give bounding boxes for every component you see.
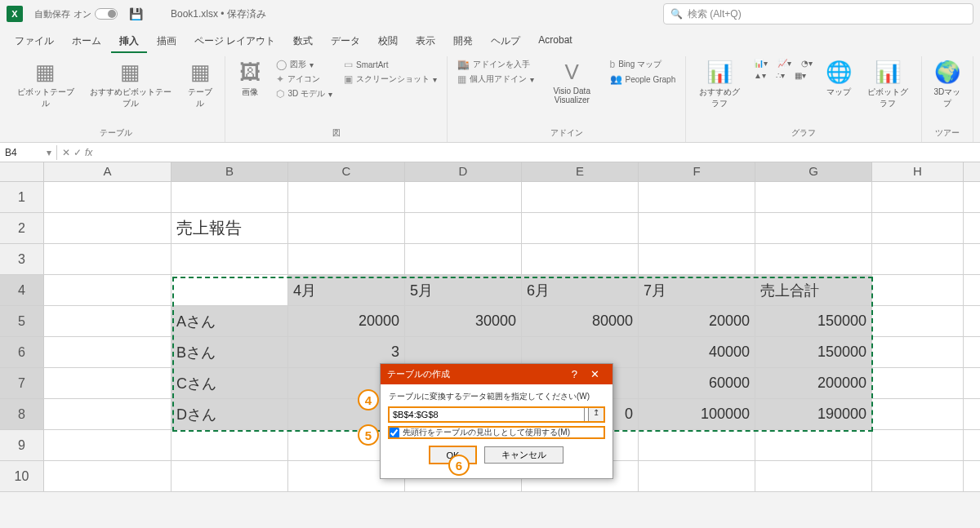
tab-data[interactable]: データ [323, 29, 368, 53]
cell-F6[interactable]: 40000 [639, 337, 755, 367]
row-5[interactable]: 5 [0, 306, 44, 336]
cell-B4[interactable] [172, 275, 288, 305]
cell-B5[interactable]: Aさん [172, 306, 288, 336]
col-C[interactable]: C [288, 162, 405, 181]
tab-draw[interactable]: 描画 [149, 29, 185, 53]
cell-E4[interactable]: 6月 [522, 275, 639, 305]
range-picker-button[interactable]: ↥ [588, 407, 604, 422]
chart-area-button[interactable]: ▲▾ [751, 70, 769, 81]
table-button[interactable]: ▦テーブル [182, 58, 218, 111]
icons-button[interactable]: ✦アイコン [273, 73, 336, 86]
smartart-icon: ▭ [344, 59, 353, 70]
tab-acrobat[interactable]: Acrobat [530, 29, 580, 53]
my-addins-button[interactable]: ▦個人用アドイン ▾ [454, 73, 537, 86]
cell-F7[interactable]: 60000 [639, 368, 755, 398]
cell-D5[interactable]: 30000 [405, 306, 522, 336]
col-F[interactable]: F [639, 162, 755, 181]
close-icon[interactable]: ✕ [584, 368, 606, 380]
tab-help[interactable]: ヘルプ [483, 29, 528, 53]
pictures-button[interactable]: 🖼画像 [232, 58, 268, 100]
cell-B7[interactable]: Cさん [172, 368, 288, 398]
cell-F4[interactable]: 7月 [639, 275, 755, 305]
row-4[interactable]: 4 [0, 275, 44, 305]
3dmap-button[interactable]: 🌍3Dマップ [929, 58, 966, 111]
row-10[interactable]: 10 [0, 461, 44, 491]
col-G[interactable]: G [755, 162, 872, 181]
select-all-corner[interactable] [0, 162, 44, 181]
toggle-icon[interactable] [95, 8, 118, 20]
cell-B8[interactable]: Dさん [172, 399, 288, 429]
maps-button[interactable]: 🌐マップ [821, 58, 857, 100]
recommended-pivot-button[interactable]: ▦おすすめピボットテーブル [83, 58, 178, 111]
tab-review[interactable]: 校閲 [370, 29, 406, 53]
visio-button[interactable]: VVisio Data Visualizer [542, 58, 601, 106]
col-H[interactable]: H [872, 162, 964, 181]
row-3[interactable]: 3 [0, 244, 44, 274]
screenshot-button[interactable]: ▣スクリーンショット ▾ [341, 73, 440, 86]
pivotchart-button[interactable]: 📊ピボットグラフ [862, 58, 915, 111]
store-icon: 🏬 [457, 59, 470, 70]
cell-E5[interactable]: 80000 [522, 306, 639, 336]
table-icon: ▦ [190, 60, 211, 85]
shapes-button[interactable]: ◯図形 ▾ [273, 58, 336, 71]
cancel-icon[interactable]: ✕ [62, 147, 70, 158]
tab-view[interactable]: 表示 [408, 29, 443, 53]
col-E[interactable]: E [522, 162, 639, 181]
col-B[interactable]: B [172, 162, 288, 181]
chart-combo-button[interactable]: ▦▾ [791, 70, 809, 81]
range-input[interactable] [389, 407, 585, 422]
3dmodels-button[interactable]: ⬡3D モデル ▾ [273, 87, 336, 100]
tab-home[interactable]: ホーム [64, 29, 109, 53]
dialog-titlebar[interactable]: テーブルの作成 ? ✕ [381, 364, 612, 384]
fx-icon[interactable]: fx [85, 147, 92, 158]
cell-G5[interactable]: 150000 [755, 306, 872, 336]
cell-C5[interactable]: 20000 [288, 306, 405, 336]
save-icon[interactable]: 💾 [129, 7, 143, 20]
chart-scatter-button[interactable]: ∴▾ [773, 70, 788, 81]
recommended-charts-button[interactable]: 📊おすすめグラフ [693, 58, 746, 111]
pivot-icon: ▦ [35, 60, 56, 85]
map-icon: 🌐 [826, 60, 852, 85]
search-input[interactable]: 🔍 検索 (Alt+Q) [663, 3, 973, 24]
shapes-icon: ◯ [276, 59, 287, 70]
col-D[interactable]: D [405, 162, 522, 181]
row-7[interactable]: 7 [0, 368, 44, 398]
cell-G8[interactable]: 190000 [755, 399, 872, 429]
tab-developer[interactable]: 開発 [445, 29, 481, 53]
cell-B6[interactable]: Bさん [172, 337, 288, 367]
pivot-table-button[interactable]: ▦ピボットテーブル [13, 58, 78, 111]
row-1[interactable]: 1 [0, 182, 44, 212]
autosave-toggle[interactable]: 自動保存 オン [34, 8, 118, 20]
help-icon[interactable]: ? [565, 368, 584, 380]
people-graph-button[interactable]: 👥People Graph [607, 73, 679, 86]
chart-pie-button[interactable]: ◔▾ [798, 58, 816, 69]
chart-line-button[interactable]: 📈▾ [774, 58, 795, 69]
tab-file[interactable]: ファイル [7, 29, 62, 53]
cell-C4[interactable]: 4月 [288, 275, 405, 305]
col-A[interactable]: A [44, 162, 172, 181]
row-6[interactable]: 6 [0, 337, 44, 367]
tab-formulas[interactable]: 数式 [285, 29, 321, 53]
tab-insert[interactable]: 挿入 [111, 29, 147, 53]
name-box[interactable]: B4▾ [0, 145, 57, 160]
row-9[interactable]: 9 [0, 430, 44, 460]
cell-G7[interactable]: 200000 [755, 368, 872, 398]
cell-B2[interactable]: 売上報告 [172, 213, 288, 243]
cell-G6[interactable]: 150000 [755, 337, 872, 367]
cancel-button[interactable]: キャンセル [484, 446, 564, 464]
get-addins-button[interactable]: 🏬アドインを入手 [454, 58, 537, 71]
smartart-button[interactable]: ▭SmartArt [341, 58, 440, 71]
cell-F5[interactable]: 20000 [639, 306, 755, 336]
row-2[interactable]: 2 [0, 213, 44, 243]
chart-bar-button[interactable]: 📊▾ [751, 58, 771, 69]
cell-F8[interactable]: 100000 [639, 399, 755, 429]
icons-icon: ✦ [276, 73, 284, 85]
header-checkbox[interactable] [389, 428, 399, 438]
enter-icon[interactable]: ✓ [74, 147, 82, 158]
cell-D4[interactable]: 5月 [405, 275, 522, 305]
bing-maps-button[interactable]: bBing マップ [607, 58, 679, 71]
tab-pagelayout[interactable]: ページ レイアウト [186, 29, 283, 53]
row-8[interactable]: 8 [0, 399, 44, 429]
cell-G4[interactable]: 売上合計 [755, 275, 872, 305]
formula-input[interactable] [97, 151, 980, 154]
